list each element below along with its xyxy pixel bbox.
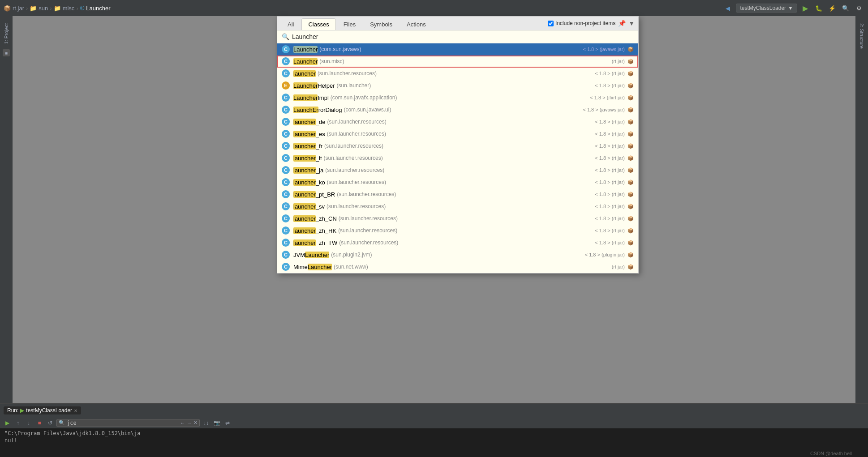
- play-btn[interactable]: ▶: [3, 419, 12, 427]
- result-name: launcher_ja: [293, 167, 323, 174]
- list-item[interactable]: CLauncherImpl(com.sun.javafx.application…: [277, 92, 638, 104]
- tab-files[interactable]: Files: [337, 18, 362, 30]
- list-item[interactable]: Clauncher_es(sun.launcher.resources)< 1.…: [277, 128, 638, 140]
- result-package: (sun.launcher.resources): [327, 203, 386, 209]
- search-popup: All Classes Files Symbols Actions Includ…: [277, 16, 639, 273]
- bottom-search-input[interactable]: [67, 420, 178, 426]
- search-everywhere-icon[interactable]: 🔍: [840, 3, 851, 13]
- list-item[interactable]: CJVMLauncher(sun.plugin2.jvm)< 1.8 > (pl…: [277, 249, 638, 261]
- breadcrumb-launcher[interactable]: Launcher: [86, 5, 110, 12]
- result-package: (com.sun.javaws.ui): [344, 107, 391, 113]
- include-checkbox-input[interactable]: [548, 21, 554, 26]
- sep2: ›: [50, 5, 52, 12]
- breadcrumb-rt-jar[interactable]: rt.jar: [13, 5, 24, 12]
- tab-symbols[interactable]: Symbols: [363, 18, 399, 30]
- result-version: < 1.8 > (rt.jar)📦: [595, 228, 634, 234]
- results-list: CLauncher(com.sun.javaws)< 1.8 > (javaws…: [277, 43, 638, 273]
- list-item[interactable]: Clauncher_zh_HK(sun.launcher.resources)<…: [277, 225, 638, 237]
- list-item[interactable]: Clauncher_it(sun.launcher.resources)< 1.…: [277, 152, 638, 164]
- jar-icon: 📦: [627, 252, 634, 258]
- result-version: < 1.8 > (javaws.jar)📦: [583, 47, 634, 52]
- result-package: (sun.plugin2.jvm): [331, 252, 372, 258]
- scroll-up-btn[interactable]: ↑: [13, 419, 22, 427]
- list-item[interactable]: Clauncher_ko(sun.launcher.resources)< 1.…: [277, 176, 638, 188]
- debug-icon[interactable]: 🐛: [813, 3, 824, 13]
- class-icon: C: [282, 45, 290, 53]
- jar-icon: 📦: [627, 95, 634, 101]
- breadcrumb-misc[interactable]: misc: [63, 5, 75, 12]
- list-item[interactable]: Clauncher_de(sun.launcher.resources)< 1.…: [277, 116, 638, 128]
- rerun-btn[interactable]: ↺: [46, 419, 55, 427]
- coverage-icon[interactable]: ⚡: [827, 3, 838, 13]
- search-icon: 🔍: [282, 33, 289, 40]
- result-name: launcher_sv: [293, 203, 325, 210]
- list-item[interactable]: Clauncher_zh_CN(sun.launcher.resources)<…: [277, 213, 638, 225]
- result-name: JVMLauncher: [293, 252, 329, 258]
- sidebar-project-tab[interactable]: 1: Project: [1, 20, 12, 47]
- settings-icon[interactable]: ⚙: [854, 3, 864, 13]
- stop-btn[interactable]: ■: [35, 419, 44, 427]
- jar-icon: 📦: [627, 155, 634, 161]
- run-config-dropdown[interactable]: testMyClassLoader ▼: [736, 4, 797, 13]
- back-icon[interactable]: ◀: [722, 3, 733, 13]
- list-item[interactable]: Clauncher_pt_BR(sun.launcher.resources)<…: [277, 188, 638, 201]
- result-package: (sun.launcher.resources): [339, 239, 398, 246]
- jar-icon: 📦: [627, 192, 634, 197]
- run-config-label: testMyClassLoader: [740, 5, 786, 11]
- result-package: (sun.launcher.resources): [337, 191, 396, 197]
- list-item[interactable]: CMimeLauncher(sun.net.www)(rt.jar)📦: [277, 261, 638, 273]
- result-version: < 1.8 > (rt.jar)📦: [595, 119, 634, 125]
- breadcrumb-sun[interactable]: sun: [39, 5, 48, 12]
- main-area: 1: Project ■ All Classes Files Symbols A…: [0, 16, 868, 403]
- result-package: (sun.misc): [319, 58, 344, 64]
- result-package: (sun.launcher.resources): [325, 167, 384, 173]
- jar-icon: 📦: [627, 228, 634, 234]
- list-item[interactable]: Clauncher(sun.launcher.resources)< 1.8 >…: [277, 68, 638, 80]
- jar-icon: 📦: [627, 71, 634, 77]
- breadcrumb: 📦 rt.jar › 📁 sun › 📁 misc › © Launcher: [4, 5, 111, 12]
- list-item[interactable]: CLaunchErrorDialog(com.sun.javaws.ui)< 1…: [277, 104, 638, 116]
- list-item[interactable]: CLauncher(com.sun.javaws)< 1.8 > (javaws…: [277, 43, 638, 56]
- result-version: < 1.8 > (plugin.jar)📦: [585, 252, 634, 258]
- close-search-icon[interactable]: ✕: [193, 420, 198, 426]
- list-item[interactable]: Clauncher_ja(sun.launcher.resources)< 1.…: [277, 164, 638, 176]
- class-icon: C: [282, 142, 290, 150]
- bottom-search-box[interactable]: 🔍 ← → ✕: [56, 419, 200, 427]
- scroll-to-end-btn[interactable]: ↓↓: [202, 419, 211, 427]
- tab-classes[interactable]: Classes: [301, 18, 335, 30]
- prev-result-icon[interactable]: ←: [180, 420, 185, 426]
- jar-icon: 📦: [627, 204, 634, 209]
- class-icon: C: [282, 166, 290, 174]
- list-item[interactable]: CLauncher(sun.misc)(rt.jar)📦: [277, 56, 638, 68]
- next-result-icon[interactable]: →: [187, 420, 192, 426]
- list-item[interactable]: Clauncher_zh_TW(sun.launcher.resources)<…: [277, 237, 638, 249]
- class-icon: C: [282, 226, 290, 235]
- wrap-btn[interactable]: ⇌: [223, 419, 232, 427]
- result-name: launcher_pt_BR: [293, 191, 335, 198]
- search-input[interactable]: [292, 33, 634, 40]
- camera-btn[interactable]: 📷: [212, 419, 221, 427]
- scroll-down-btn[interactable]: ↓: [24, 419, 33, 427]
- tab-all[interactable]: All: [281, 18, 301, 30]
- result-name: launcher_ko: [293, 179, 325, 186]
- list-item[interactable]: Clauncher_fr(sun.launcher.resources)< 1.…: [277, 140, 638, 152]
- run-tab[interactable]: Run: ▶ testMyClassLoader ✕: [4, 406, 81, 414]
- class-icon: C: [282, 251, 290, 259]
- list-item[interactable]: Clauncher_sv(sun.launcher.resources)< 1.…: [277, 201, 638, 213]
- list-item[interactable]: ELauncherHelper(sun.launcher)< 1.8 > (rt…: [277, 80, 638, 92]
- jar-icon: 📦: [627, 83, 634, 89]
- run-icon[interactable]: ▶: [800, 3, 811, 13]
- sidebar-icon[interactable]: ■: [3, 49, 10, 56]
- filter-icon[interactable]: ▼: [628, 20, 635, 27]
- jar-icon: 📦: [627, 240, 634, 246]
- result-name: launcher_fr: [293, 143, 322, 149]
- tab-actions[interactable]: Actions: [400, 18, 433, 30]
- jar-icon: 📦: [627, 167, 634, 173]
- result-version: (rt.jar)📦: [612, 59, 634, 64]
- close-run-tab-icon[interactable]: ✕: [74, 408, 77, 413]
- result-version: < 1.8 > (rt.jar)📦: [595, 204, 634, 209]
- include-non-project-checkbox[interactable]: Include non-project items: [548, 20, 615, 26]
- sidebar-structure-tab[interactable]: 2: Structure: [856, 20, 867, 52]
- jar-icon: 📦: [4, 5, 11, 12]
- pin-icon[interactable]: 📌: [618, 20, 626, 27]
